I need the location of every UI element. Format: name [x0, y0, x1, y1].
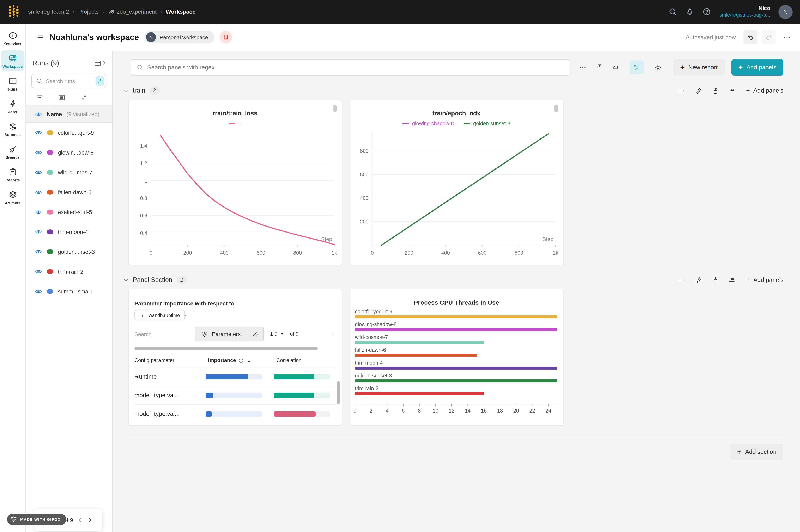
- run-row[interactable]: colorfu...gurt-9: [26, 123, 112, 142]
- user-menu[interactable]: Nico smle-registries-bug-b...: [720, 5, 770, 19]
- visibility-eye-icon[interactable]: [35, 189, 42, 196]
- sidebar-item-jobs[interactable]: Jobs: [1, 96, 24, 117]
- section-add-panels-button[interactable]: +Add panels: [746, 277, 783, 283]
- magic-wand-button[interactable]: [247, 327, 263, 341]
- metric-select[interactable]: _wandb.runtime: [134, 310, 185, 320]
- visibility-eye-icon[interactable]: [35, 169, 42, 176]
- avatar[interactable]: N: [779, 5, 793, 19]
- run-name[interactable]: fallen-dawn-6: [58, 189, 91, 195]
- run-name[interactable]: glowin...dow-8: [58, 149, 94, 156]
- param-table-row[interactable]: model_type.val...: [134, 405, 336, 423]
- filter-icon[interactable]: [36, 94, 43, 101]
- run-row[interactable]: fallen-dawn-6: [26, 182, 112, 202]
- new-report-button[interactable]: +New report: [673, 59, 725, 76]
- sparkle-icon[interactable]: [695, 276, 702, 283]
- breadcrumb-item-workspace[interactable]: Workspace: [166, 9, 196, 15]
- run-name[interactable]: exalted-surf-5: [58, 209, 92, 215]
- runs-table-expand-icon[interactable]: [94, 59, 101, 67]
- visibility-eye-icon[interactable]: [35, 268, 42, 275]
- next-page-button[interactable]: [87, 517, 93, 523]
- param-pagination-dropdown[interactable]: 1-9 of 9: [270, 331, 299, 337]
- workspace-settings-gear-icon[interactable]: [654, 63, 662, 71]
- chevron-right-icon[interactable]: [101, 60, 107, 66]
- run-row[interactable]: exalted-surf-5: [26, 202, 112, 222]
- x-axis-settings-icon[interactable]: x→: [597, 64, 601, 71]
- param-table-row[interactable]: Runtime: [134, 367, 336, 386]
- runs-search-input[interactable]: [46, 78, 92, 84]
- sidebar-item-workspace[interactable]: Workspace: [1, 51, 24, 71]
- sidebar-item-automat[interactable]: Automat.: [1, 119, 24, 139]
- smoothing-icon[interactable]: [728, 87, 736, 94]
- sidebar-item-artifacts[interactable]: Artifacts: [1, 187, 24, 208]
- panel-search-input[interactable]: [147, 64, 564, 71]
- section-more-menu-icon[interactable]: [677, 276, 685, 283]
- breadcrumb-item-smle-reg-team-2[interactable]: smle-reg-team-2: [28, 9, 69, 15]
- full-fidelity-toggle[interactable]: [630, 60, 644, 74]
- section-add-panels-button[interactable]: +Add panels: [746, 87, 783, 94]
- section-more-menu-icon[interactable]: [677, 87, 685, 94]
- workspace-owner-badge[interactable]: N Personal workspace: [144, 31, 214, 43]
- collapse-section-icon[interactable]: [123, 277, 129, 283]
- smoothing-icon[interactable]: [612, 64, 619, 71]
- collapse-section-icon[interactable]: [123, 88, 129, 93]
- x-axis-settings-icon[interactable]: x→: [713, 276, 718, 284]
- breadcrumb-item-projects[interactable]: Projects: [78, 9, 99, 15]
- add-panels-button[interactable]: +Add panels: [731, 59, 783, 76]
- sidebar-item-reports[interactable]: Reports: [1, 164, 24, 185]
- notifications-bell-icon[interactable]: [686, 7, 694, 16]
- prev-page-button[interactable]: [76, 517, 83, 523]
- toggle-sidebar-icon[interactable]: [36, 33, 44, 41]
- hscroll-thumb[interactable]: [134, 347, 318, 350]
- visibility-eye-icon[interactable]: [35, 208, 42, 216]
- global-search-icon[interactable]: [669, 7, 677, 16]
- run-row[interactable]: summ...sma-1: [26, 282, 112, 301]
- help-icon[interactable]: [703, 7, 711, 16]
- legend-entry[interactable]: golden-sunset-3: [464, 121, 510, 127]
- visibility-eye-icon[interactable]: [35, 149, 42, 156]
- wandb-logo-icon[interactable]: [7, 5, 21, 19]
- user-team-link[interactable]: smle-registries-bug-b...: [720, 12, 770, 18]
- visibility-eye-icon[interactable]: [35, 129, 42, 136]
- visibility-eye-icon[interactable]: [35, 228, 42, 235]
- add-section-button[interactable]: +Add section: [730, 443, 783, 460]
- workspace-more-menu-icon[interactable]: [783, 33, 791, 41]
- drag-handle[interactable]: [333, 105, 337, 112]
- col-config-parameter[interactable]: Config parameter: [134, 358, 208, 363]
- run-name[interactable]: golden...nset-3: [58, 249, 95, 255]
- param-table-row[interactable]: model_type.val...: [134, 386, 336, 405]
- col-importance[interactable]: Importance: [208, 358, 276, 363]
- breadcrumb-item-zoo-experiment[interactable]: zoo_experiment: [108, 8, 156, 15]
- runs-list-header[interactable]: Name (9 visualized): [26, 106, 112, 123]
- legend-entry[interactable]: : -: [228, 121, 242, 126]
- panels-more-menu-icon[interactable]: [579, 64, 587, 71]
- section-name[interactable]: Panel Section: [133, 276, 172, 284]
- vscroll-thumb[interactable]: [337, 381, 340, 404]
- run-name[interactable]: colorfu...gurt-9: [58, 130, 94, 136]
- run-row[interactable]: trim-rain-2: [26, 262, 112, 282]
- param-search-input[interactable]: [134, 331, 180, 337]
- sparkle-icon[interactable]: [695, 87, 702, 94]
- sidebar-item-runs[interactable]: Runs: [1, 73, 24, 94]
- run-row[interactable]: glowin...dow-8: [26, 142, 112, 163]
- section-name[interactable]: train: [133, 87, 145, 94]
- clear-workspace-button[interactable]: [220, 31, 232, 43]
- sort-icon[interactable]: [80, 94, 88, 101]
- run-row[interactable]: trim-moon-4: [26, 222, 112, 242]
- run-name[interactable]: wild-c...mos-7: [58, 169, 92, 175]
- sidebar-item-overview[interactable]: Overview: [1, 28, 24, 49]
- visibility-eye-icon[interactable]: [35, 248, 42, 255]
- drag-handle[interactable]: [554, 105, 558, 112]
- param-prev-page-icon[interactable]: [329, 331, 336, 337]
- parameters-button[interactable]: Parameters: [195, 327, 247, 341]
- run-name[interactable]: trim-rain-2: [58, 268, 83, 275]
- run-name[interactable]: trim-moon-4: [58, 229, 88, 235]
- sidebar-item-sweeps[interactable]: Sweeps: [1, 141, 24, 162]
- group-icon[interactable]: [58, 94, 66, 101]
- redo-button[interactable]: [762, 30, 776, 44]
- col-correlation[interactable]: Correlation: [276, 358, 301, 363]
- regex-toggle[interactable]: .*: [96, 76, 104, 86]
- run-row[interactable]: wild-c...mos-7: [26, 163, 112, 182]
- smoothing-icon[interactable]: [728, 276, 736, 283]
- undo-button[interactable]: [743, 30, 757, 44]
- run-row[interactable]: golden...nset-3: [26, 242, 112, 262]
